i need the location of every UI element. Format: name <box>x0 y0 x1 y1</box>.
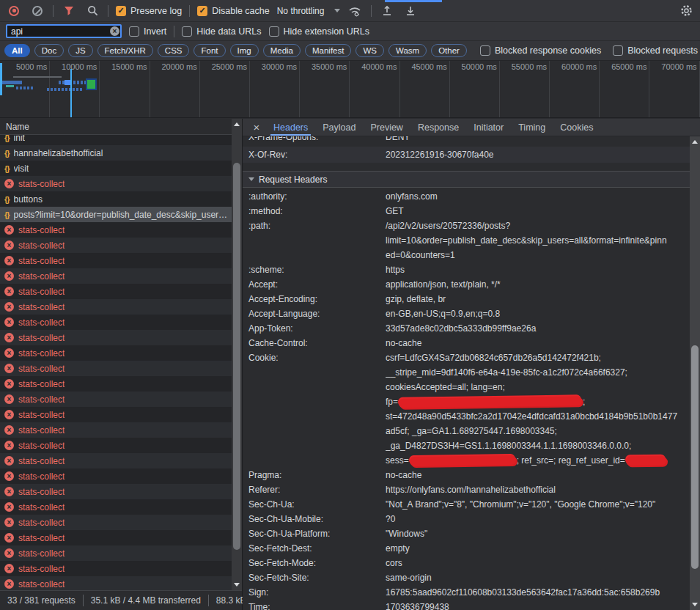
overview-left-handle[interactable] <box>0 63 2 95</box>
disable-cache-label[interactable]: Disable cache <box>212 6 270 16</box>
request-row[interactable]: ×stats-collect <box>0 453 232 468</box>
request-row[interactable]: ×stats-collect <box>0 253 232 268</box>
request-row[interactable]: ×stats-collect <box>0 499 232 515</box>
type-filter-manifest[interactable]: Manifest <box>305 44 351 57</box>
disable-cache-checkbox[interactable]: ✓ <box>197 6 207 16</box>
error-icon: × <box>4 271 14 281</box>
type-filter-doc[interactable]: Doc <box>34 44 64 57</box>
request-row[interactable]: {}posts?limit=10&order=publish_date_desc… <box>0 207 232 222</box>
request-row[interactable]: ×stats-collect <box>0 176 232 191</box>
scrollbar-thumb[interactable] <box>691 345 699 569</box>
request-row[interactable]: ×stats-collect <box>0 468 232 484</box>
timeline-tick: 25000 ms <box>200 61 250 117</box>
check-icon: ✓ <box>117 7 124 15</box>
request-row[interactable]: ×stats-collect <box>0 561 232 576</box>
checkbox-label[interactable]: Blocked response cookies <box>495 45 601 56</box>
type-filter-fetch-xhr[interactable]: Fetch/XHR <box>97 44 153 57</box>
request-row[interactable]: ×stats-collect <box>0 407 232 422</box>
request-name: stats-collect <box>18 518 65 528</box>
checkbox-label[interactable]: Blocked requests <box>627 45 698 56</box>
filter-toggle-button[interactable] <box>61 3 77 19</box>
tab-payload[interactable]: Payload <box>315 119 363 136</box>
scroll-down-icon[interactable] <box>692 603 698 606</box>
scroll-up-icon[interactable] <box>234 122 240 126</box>
request-row[interactable]: ×stats-collect <box>0 361 232 376</box>
request-row[interactable]: ×stats-collect <box>0 315 232 330</box>
request-headers-section-toggle[interactable]: Request Headers <box>243 171 690 188</box>
header-value-line: cors <box>386 556 690 570</box>
scroll-down-icon[interactable] <box>234 583 240 587</box>
request-row[interactable]: ×stats-collect <box>0 299 232 315</box>
clear-filter-icon[interactable]: × <box>110 26 119 36</box>
throttling-dropdown[interactable]: No throttling <box>277 6 341 16</box>
request-row[interactable]: ×stats-collect <box>0 422 232 438</box>
header-name: App-Token: <box>243 321 386 336</box>
type-filter-other[interactable]: Other <box>431 44 467 57</box>
tab-headers[interactable]: Headers <box>266 119 315 136</box>
tab-preview[interactable]: Preview <box>363 119 410 136</box>
timeline-tick: 30000 ms <box>250 61 300 117</box>
record-button[interactable] <box>6 3 22 19</box>
request-row[interactable]: {}init <box>0 135 232 145</box>
filter-input[interactable] <box>6 24 122 38</box>
request-list-scrollbar[interactable] <box>232 119 242 590</box>
request-name: stats-collect <box>18 179 65 189</box>
export-har-button[interactable] <box>402 3 419 19</box>
request-row[interactable]: {}buttons <box>0 191 232 207</box>
request-name: stats-collect <box>18 302 65 312</box>
request-row[interactable]: ×stats-collect <box>0 222 232 238</box>
type-filter-ws[interactable]: WS <box>355 44 384 57</box>
header-name: Accept-Language: <box>243 306 386 321</box>
tab-cookies[interactable]: Cookies <box>553 119 600 136</box>
timeline-overview[interactable]: 5000 ms10000 ms15000 ms20000 ms25000 ms3… <box>0 61 700 118</box>
request-row[interactable]: ×stats-collect <box>0 376 232 392</box>
search-button[interactable] <box>84 3 100 19</box>
tab-response[interactable]: Response <box>410 119 466 136</box>
request-row[interactable]: {}hannahelizabethofficial <box>0 145 232 161</box>
hide-data-urls-checkbox[interactable] <box>182 26 192 37</box>
request-row[interactable]: ×stats-collect <box>0 576 232 590</box>
request-row[interactable]: ×stats-collect <box>0 515 232 530</box>
request-row[interactable]: ×stats-collect <box>0 330 232 345</box>
name-column-header[interactable]: Name <box>0 119 242 135</box>
scroll-up-icon[interactable] <box>692 140 698 144</box>
type-filter-font[interactable]: Font <box>194 44 225 57</box>
type-filter-media[interactable]: Media <box>263 44 301 57</box>
request-name: stats-collect <box>18 333 65 343</box>
settings-button[interactable] <box>678 3 694 19</box>
preserve-log-label[interactable]: Preserve log <box>130 6 182 16</box>
type-filter-js[interactable]: JS <box>68 44 92 57</box>
type-filter-css[interactable]: CSS <box>158 44 190 57</box>
close-icon[interactable]: × <box>247 119 266 136</box>
clear-button[interactable] <box>29 3 45 19</box>
scrollbar-thumb[interactable] <box>233 163 240 550</box>
request-row[interactable]: ×stats-collect <box>0 530 232 545</box>
hide-data-urls-label[interactable]: Hide data URLs <box>196 26 261 37</box>
detail-scrollbar[interactable] <box>690 136 700 610</box>
header-value: DENY <box>386 136 690 144</box>
request-row[interactable]: ×stats-collect <box>0 345 232 361</box>
request-row[interactable]: ×stats-collect <box>0 438 232 453</box>
type-filter-all[interactable]: All <box>4 44 30 57</box>
network-conditions-button[interactable] <box>347 3 364 19</box>
request-row[interactable]: {}visit <box>0 161 232 176</box>
tab-timing[interactable]: Timing <box>511 119 553 136</box>
tab-initiator[interactable]: Initiator <box>466 119 511 136</box>
request-row[interactable]: ×stats-collect <box>0 392 232 407</box>
blocked-requests-checkbox[interactable] <box>613 45 623 56</box>
request-row[interactable]: ×stats-collect <box>0 484 232 499</box>
request-row[interactable]: ×stats-collect <box>0 284 232 299</box>
header-row: Sec-Ch-Ua:"Not_A Brand";v="8", "Chromium… <box>243 497 690 512</box>
type-filter-img[interactable]: Img <box>230 44 259 57</box>
hide-extension-urls-checkbox[interactable] <box>269 26 279 37</box>
blocked-response-cookies-checkbox[interactable] <box>480 45 490 56</box>
request-row[interactable]: ×stats-collect <box>0 545 232 561</box>
preserve-log-checkbox[interactable]: ✓ <box>116 6 126 16</box>
import-har-button[interactable] <box>379 3 395 19</box>
hide-extension-urls-label[interactable]: Hide extension URLs <box>284 26 369 37</box>
type-filter-wasm[interactable]: Wasm <box>388 44 427 57</box>
request-row[interactable]: ×stats-collect <box>0 268 232 284</box>
request-row[interactable]: ×stats-collect <box>0 238 232 253</box>
invert-label[interactable]: Invert <box>144 26 166 37</box>
invert-checkbox[interactable] <box>129 26 139 37</box>
